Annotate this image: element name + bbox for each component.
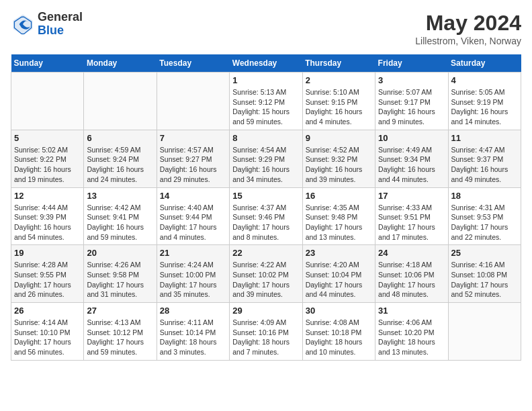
calendar-week-row: 5Sunrise: 5:02 AM Sunset: 9:22 PM Daylig…	[11, 130, 521, 187]
page-header: General Blue May 2024 Lillestrom, Viken,…	[11, 11, 521, 46]
calendar-week-row: 1Sunrise: 5:13 AM Sunset: 9:12 PM Daylig…	[11, 73, 521, 130]
calendar-cell: 14Sunrise: 4:40 AM Sunset: 9:44 PM Dayli…	[157, 187, 229, 245]
calendar-cell	[11, 73, 84, 130]
day-number: 7	[160, 133, 226, 143]
calendar-cell: 5Sunrise: 5:02 AM Sunset: 9:22 PM Daylig…	[11, 130, 84, 187]
day-number: 23	[306, 248, 372, 258]
day-info: Sunrise: 4:24 AM Sunset: 10:00 PM Daylig…	[160, 260, 226, 300]
calendar-cell: 26Sunrise: 4:14 AM Sunset: 10:10 PM Dayl…	[11, 303, 84, 361]
title-block: May 2024 Lillestrom, Viken, Norway	[415, 11, 521, 46]
calendar-cell: 4Sunrise: 5:05 AM Sunset: 9:19 PM Daylig…	[448, 73, 521, 130]
day-info: Sunrise: 4:14 AM Sunset: 10:10 PM Daylig…	[14, 318, 81, 357]
day-info: Sunrise: 4:44 AM Sunset: 9:39 PM Dayligh…	[14, 203, 81, 242]
calendar-cell: 18Sunrise: 4:31 AM Sunset: 9:53 PM Dayli…	[448, 187, 521, 245]
day-info: Sunrise: 4:40 AM Sunset: 9:44 PM Dayligh…	[160, 203, 226, 242]
calendar-cell: 29Sunrise: 4:09 AM Sunset: 10:16 PM Dayl…	[230, 303, 302, 361]
day-info: Sunrise: 4:35 AM Sunset: 9:48 PM Dayligh…	[306, 203, 372, 242]
calendar-cell	[157, 73, 229, 130]
day-number: 2	[306, 75, 372, 85]
day-info: Sunrise: 4:54 AM Sunset: 9:29 PM Dayligh…	[232, 145, 299, 185]
day-number: 1	[232, 75, 299, 85]
day-number: 19	[14, 248, 81, 258]
calendar-cell: 16Sunrise: 4:35 AM Sunset: 9:48 PM Dayli…	[302, 187, 375, 245]
day-info: Sunrise: 5:07 AM Sunset: 9:17 PM Dayligh…	[378, 87, 445, 127]
day-info: Sunrise: 4:49 AM Sunset: 9:34 PM Dayligh…	[378, 145, 445, 185]
calendar-cell: 8Sunrise: 4:54 AM Sunset: 9:29 PM Daylig…	[230, 130, 302, 187]
day-info: Sunrise: 4:06 AM Sunset: 10:20 PM Daylig…	[378, 318, 445, 357]
logo-blue-text: Blue	[38, 24, 83, 38]
day-number: 6	[87, 133, 153, 143]
calendar-cell: 31Sunrise: 4:06 AM Sunset: 10:20 PM Dayl…	[375, 303, 448, 361]
day-number: 31	[378, 306, 445, 316]
day-info: Sunrise: 5:05 AM Sunset: 9:19 PM Dayligh…	[451, 87, 518, 127]
location-title: Lillestrom, Viken, Norway	[415, 36, 521, 46]
day-number: 4	[451, 75, 518, 85]
month-year-title: May 2024	[415, 11, 521, 36]
day-number: 21	[160, 248, 226, 258]
calendar-cell: 1Sunrise: 5:13 AM Sunset: 9:12 PM Daylig…	[230, 73, 302, 130]
weekday-header-friday: Friday	[375, 54, 448, 73]
weekday-header-wednesday: Wednesday	[230, 54, 302, 73]
day-info: Sunrise: 4:09 AM Sunset: 10:16 PM Daylig…	[232, 318, 299, 357]
day-number: 8	[232, 133, 299, 143]
day-number: 12	[14, 191, 81, 201]
day-number: 26	[14, 306, 81, 316]
day-number: 14	[160, 191, 226, 201]
calendar-cell: 6Sunrise: 4:59 AM Sunset: 9:24 PM Daylig…	[84, 130, 157, 187]
day-info: Sunrise: 5:02 AM Sunset: 9:22 PM Dayligh…	[14, 145, 81, 185]
day-info: Sunrise: 4:13 AM Sunset: 10:12 PM Daylig…	[87, 318, 153, 357]
day-number: 18	[451, 191, 518, 201]
calendar-cell: 28Sunrise: 4:11 AM Sunset: 10:14 PM Dayl…	[157, 303, 229, 361]
day-number: 22	[232, 248, 299, 258]
calendar-cell: 15Sunrise: 4:37 AM Sunset: 9:46 PM Dayli…	[230, 187, 302, 245]
calendar-week-row: 19Sunrise: 4:28 AM Sunset: 9:55 PM Dayli…	[11, 245, 521, 303]
calendar-cell: 27Sunrise: 4:13 AM Sunset: 10:12 PM Dayl…	[84, 303, 157, 361]
day-info: Sunrise: 4:16 AM Sunset: 10:08 PM Daylig…	[451, 260, 518, 300]
day-number: 15	[232, 191, 299, 201]
day-number: 29	[232, 306, 299, 316]
calendar-cell: 10Sunrise: 4:49 AM Sunset: 9:34 PM Dayli…	[375, 130, 448, 187]
day-info: Sunrise: 4:26 AM Sunset: 9:58 PM Dayligh…	[87, 260, 153, 300]
weekday-header-monday: Monday	[84, 54, 157, 73]
calendar-header-row: SundayMondayTuesdayWednesdayThursdayFrid…	[11, 54, 521, 73]
day-number: 5	[14, 133, 81, 143]
calendar-cell: 20Sunrise: 4:26 AM Sunset: 9:58 PM Dayli…	[84, 245, 157, 303]
day-info: Sunrise: 4:33 AM Sunset: 9:51 PM Dayligh…	[378, 203, 445, 242]
calendar-cell	[448, 303, 521, 361]
calendar-cell: 22Sunrise: 4:22 AM Sunset: 10:02 PM Dayl…	[230, 245, 302, 303]
weekday-header-sunday: Sunday	[11, 54, 84, 73]
day-info: Sunrise: 4:08 AM Sunset: 10:18 PM Daylig…	[306, 318, 372, 357]
day-number: 24	[378, 248, 445, 258]
calendar-cell: 19Sunrise: 4:28 AM Sunset: 9:55 PM Dayli…	[11, 245, 84, 303]
calendar-cell: 17Sunrise: 4:33 AM Sunset: 9:51 PM Dayli…	[375, 187, 448, 245]
day-info: Sunrise: 4:57 AM Sunset: 9:27 PM Dayligh…	[160, 145, 226, 185]
day-info: Sunrise: 4:37 AM Sunset: 9:46 PM Dayligh…	[232, 203, 299, 242]
calendar-cell: 12Sunrise: 4:44 AM Sunset: 9:39 PM Dayli…	[11, 187, 84, 245]
logo-general-text: General	[38, 11, 83, 24]
day-number: 9	[306, 133, 372, 143]
calendar-cell: 7Sunrise: 4:57 AM Sunset: 9:27 PM Daylig…	[157, 130, 229, 187]
calendar-cell	[84, 73, 157, 130]
day-number: 10	[378, 133, 445, 143]
day-number: 3	[378, 75, 445, 85]
weekday-header-thursday: Thursday	[302, 54, 375, 73]
calendar-cell: 24Sunrise: 4:18 AM Sunset: 10:06 PM Dayl…	[375, 245, 448, 303]
calendar-cell: 9Sunrise: 4:52 AM Sunset: 9:32 PM Daylig…	[302, 130, 375, 187]
day-number: 16	[306, 191, 372, 201]
day-info: Sunrise: 4:22 AM Sunset: 10:02 PM Daylig…	[232, 260, 299, 300]
day-info: Sunrise: 4:18 AM Sunset: 10:06 PM Daylig…	[378, 260, 445, 300]
weekday-header-saturday: Saturday	[448, 54, 521, 73]
logo-icon	[11, 12, 35, 36]
day-number: 27	[87, 306, 153, 316]
calendar-cell: 25Sunrise: 4:16 AM Sunset: 10:08 PM Dayl…	[448, 245, 521, 303]
calendar-cell: 2Sunrise: 5:10 AM Sunset: 9:15 PM Daylig…	[302, 73, 375, 130]
day-number: 20	[87, 248, 153, 258]
day-number: 13	[87, 191, 153, 201]
calendar-cell: 23Sunrise: 4:20 AM Sunset: 10:04 PM Dayl…	[302, 245, 375, 303]
day-info: Sunrise: 4:31 AM Sunset: 9:53 PM Dayligh…	[451, 203, 518, 242]
day-info: Sunrise: 5:10 AM Sunset: 9:15 PM Dayligh…	[306, 87, 372, 127]
day-number: 25	[451, 248, 518, 258]
day-info: Sunrise: 4:42 AM Sunset: 9:41 PM Dayligh…	[87, 203, 153, 242]
calendar-week-row: 26Sunrise: 4:14 AM Sunset: 10:10 PM Dayl…	[11, 303, 521, 361]
day-number: 11	[451, 133, 518, 143]
